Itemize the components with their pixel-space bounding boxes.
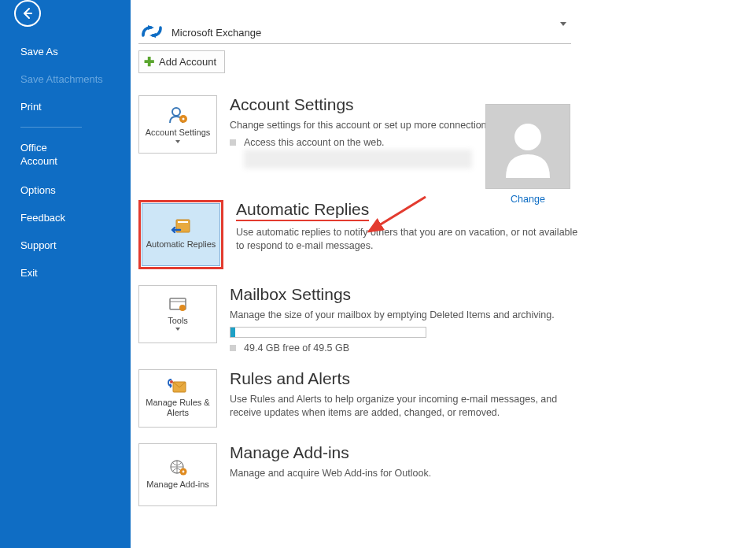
highlight-box: Automatic Replies bbox=[138, 200, 223, 269]
tools-icon bbox=[168, 297, 188, 313]
svg-marker-1 bbox=[149, 33, 156, 38]
automatic-replies-button[interactable]: Automatic Replies bbox=[142, 203, 220, 266]
sidebar-item-exit[interactable]: Exit bbox=[0, 259, 131, 287]
sidebar-item-office-account[interactable]: Office Account bbox=[0, 134, 131, 176]
svg-point-3 bbox=[172, 108, 180, 116]
manage-rules-alerts-button[interactable]: Manage Rules & Alerts bbox=[138, 369, 217, 428]
redacted-url bbox=[244, 150, 472, 168]
rules-alerts-title: Rules and Alerts bbox=[230, 369, 576, 388]
addins-icon bbox=[168, 459, 188, 476]
manage-addins-title: Manage Add-ins bbox=[230, 443, 576, 462]
sidebar-item-save-as[interactable]: Save As bbox=[0, 38, 131, 65]
svg-point-14 bbox=[183, 471, 185, 473]
svg-marker-0 bbox=[148, 25, 154, 30]
tile-label: Manage Rules & Alerts bbox=[142, 398, 213, 418]
tools-button[interactable]: Tools bbox=[138, 285, 217, 343]
account-info-pane: Microsoft Exchange ✚ Add Account Change … bbox=[138, 0, 756, 548]
svg-point-5 bbox=[183, 118, 185, 120]
sidebar-item-save-attachments: Save Attachments bbox=[0, 65, 131, 93]
person-icon bbox=[496, 115, 559, 178]
rules-alerts-icon bbox=[167, 379, 189, 394]
sidebar-item-feedback[interactable]: Feedback bbox=[0, 204, 131, 231]
change-picture-link[interactable]: Change bbox=[485, 194, 570, 205]
tile-label: Account Settings bbox=[146, 128, 211, 138]
sidebar-item-support[interactable]: Support bbox=[0, 231, 131, 259]
automatic-replies-subtitle: Use automatic replies to notify others t… bbox=[236, 226, 582, 253]
svg-point-9 bbox=[179, 305, 186, 311]
chevron-down-icon bbox=[560, 22, 566, 26]
plus-icon: ✚ bbox=[144, 54, 154, 69]
bullet-text: Access this account on the web. bbox=[244, 137, 385, 148]
rules-alerts-subtitle: Use Rules and Alerts to help organize yo… bbox=[230, 393, 576, 420]
section-mailbox-settings: Tools Mailbox Settings Manage the size o… bbox=[138, 285, 756, 354]
manage-addins-subtitle: Manage and acquire Web Add-ins for Outlo… bbox=[230, 467, 576, 480]
account-settings-icon bbox=[167, 106, 189, 124]
mailbox-quota-text: 49.4 GB free of 49.5 GB bbox=[230, 342, 576, 354]
automatic-replies-icon bbox=[171, 219, 191, 236]
svg-point-11 bbox=[170, 380, 173, 383]
sidebar-divider bbox=[20, 127, 82, 128]
section-manage-addins: Manage Add-ins Manage Add-ins Manage and… bbox=[138, 443, 756, 506]
backstage-sidebar: Save As Save Attachments Print Office Ac… bbox=[0, 0, 131, 548]
section-automatic-replies: Automatic Replies Automatic Replies Use … bbox=[138, 200, 756, 269]
add-account-label: Add Account bbox=[159, 56, 216, 68]
exchange-icon bbox=[138, 23, 167, 42]
manage-addins-button[interactable]: Manage Add-ins bbox=[138, 443, 217, 506]
mailbox-settings-title: Mailbox Settings bbox=[230, 285, 576, 304]
sidebar-item-options[interactable]: Options bbox=[0, 176, 131, 204]
tile-label: Tools bbox=[168, 316, 188, 326]
account-selector[interactable]: Microsoft Exchange bbox=[138, 24, 571, 44]
mailbox-quota-bar bbox=[230, 327, 426, 338]
sidebar-item-print[interactable]: Print bbox=[0, 93, 131, 120]
svg-point-2 bbox=[514, 124, 541, 150]
account-settings-button[interactable]: Account Settings bbox=[138, 95, 217, 154]
account-selector-label: Microsoft Exchange bbox=[171, 24, 571, 43]
section-rules-alerts: Manage Rules & Alerts Rules and Alerts U… bbox=[138, 369, 756, 428]
bullet-icon bbox=[230, 345, 236, 351]
avatar bbox=[485, 104, 570, 189]
add-account-button[interactable]: ✚ Add Account bbox=[138, 50, 225, 73]
bullet-icon bbox=[230, 139, 236, 146]
back-arrow-icon bbox=[21, 7, 34, 20]
back-button[interactable] bbox=[14, 0, 41, 27]
tile-label: Manage Add-ins bbox=[146, 480, 209, 490]
tile-label: Automatic Replies bbox=[146, 239, 216, 250]
account-picture: Change bbox=[485, 104, 570, 205]
mailbox-settings-subtitle: Manage the size of your mailbox by empty… bbox=[230, 309, 576, 322]
section-account-settings: Account Settings Account Settings Change… bbox=[138, 95, 756, 168]
svg-rect-7 bbox=[178, 221, 188, 223]
